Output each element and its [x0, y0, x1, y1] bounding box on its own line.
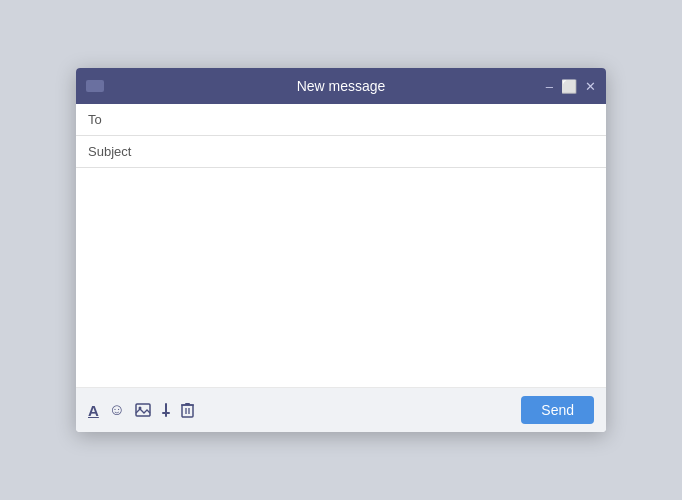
title-bar-controls: – ⬜ ✕	[546, 80, 596, 93]
title-bar-buttons	[86, 80, 104, 92]
close-button[interactable]: ✕	[585, 80, 596, 93]
subject-label: Subject	[88, 144, 143, 159]
svg-rect-2	[165, 403, 167, 413]
minimize-button[interactable]: –	[546, 80, 553, 93]
subject-field-row: Subject	[76, 136, 606, 168]
svg-rect-5	[182, 405, 193, 417]
to-input[interactable]	[143, 112, 594, 127]
title-bar-btn-placeholder	[86, 80, 104, 92]
image-icon[interactable]	[135, 403, 151, 417]
to-field-row: To	[76, 104, 606, 136]
emoji-icon[interactable]: ☺	[109, 401, 125, 419]
font-icon[interactable]: A	[88, 402, 99, 419]
svg-rect-4	[165, 413, 167, 417]
send-button[interactable]: Send	[521, 396, 594, 424]
message-body[interactable]	[76, 168, 606, 388]
title-bar: New message – ⬜ ✕	[76, 68, 606, 104]
fields-area: To Subject	[76, 104, 606, 168]
maximize-button[interactable]: ⬜	[561, 80, 577, 93]
to-label: To	[88, 112, 143, 127]
delete-icon[interactable]	[181, 402, 194, 418]
compose-window: New message – ⬜ ✕ To Subject A ☺	[76, 68, 606, 432]
attach-icon[interactable]	[161, 402, 171, 418]
window-title: New message	[297, 78, 386, 94]
subject-input[interactable]	[143, 144, 594, 159]
toolbar: A ☺ Send	[76, 388, 606, 432]
